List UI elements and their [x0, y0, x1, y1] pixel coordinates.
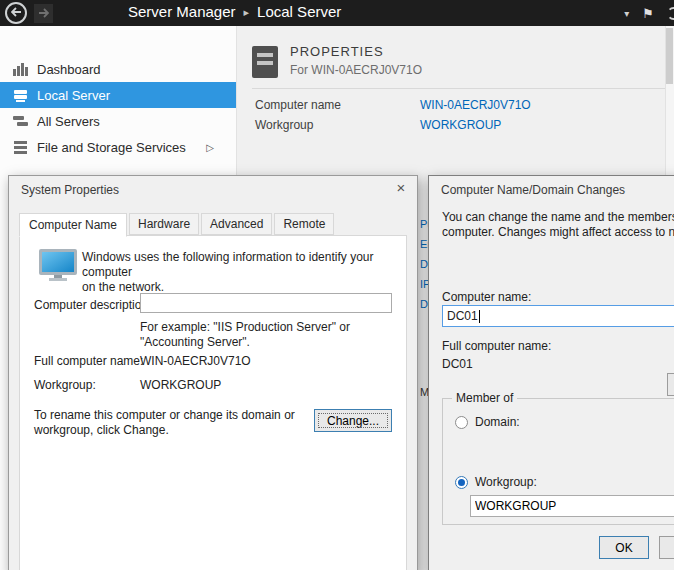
- server-icon: [13, 89, 28, 102]
- storage-icon: [13, 141, 28, 154]
- tab-remote[interactable]: Remote: [274, 213, 334, 235]
- tab-strip: Computer Name Hardware Advanced Remote: [19, 213, 336, 236]
- scrollbar-thumb[interactable]: [666, 28, 673, 84]
- sidebar-item-label: Local Server: [37, 88, 110, 103]
- back-arrow-icon: [11, 6, 22, 20]
- workgroup-link[interactable]: WORKGROUP: [420, 118, 501, 132]
- workgroup-radio-label: Workgroup:: [475, 475, 537, 489]
- full-computer-name-label: Full computer name:: [34, 354, 143, 368]
- change-button[interactable]: Change...: [314, 409, 392, 432]
- tab-computer-name[interactable]: Computer Name: [19, 213, 127, 237]
- intro-line: computer. Changes might affect access to…: [442, 225, 674, 240]
- ok-button[interactable]: OK: [599, 536, 649, 559]
- workgroup-value: WORKGROUP: [140, 378, 221, 392]
- properties-header: PROPERTIES: [290, 44, 384, 59]
- expand-chevron-icon[interactable]: ▷: [206, 142, 214, 153]
- intro-line: Windows uses the following information t…: [82, 250, 406, 280]
- sidebar-item-label: All Servers: [37, 114, 100, 129]
- system-properties-dialog: System Properties × Computer Name Hardwa…: [8, 175, 418, 570]
- example-line: For example: "IIS Production Server" or: [140, 320, 350, 335]
- chevron-down-icon[interactable]: ▾: [624, 8, 629, 19]
- dashboard-icon: [13, 63, 28, 76]
- example-text: For example: "IIS Production Server" or …: [140, 320, 350, 350]
- workgroup-radio[interactable]: [455, 476, 468, 489]
- dialog-title: Computer Name/Domain Changes: [441, 183, 625, 197]
- computer-description-input[interactable]: [140, 293, 392, 313]
- member-of-label: Member of: [452, 391, 517, 405]
- breadcrumb: Server Manager▸Local Server: [128, 3, 341, 20]
- computer-description-label: Computer description:: [34, 298, 151, 312]
- properties-subheader: For WIN-0AECRJ0V71O: [290, 63, 422, 77]
- member-of-groupbox: Member of Domain: Workgroup:: [442, 398, 674, 525]
- sidebar-item-label: File and Storage Services: [37, 140, 186, 155]
- titlebar-actions: ▾ ⚑: [624, 0, 674, 26]
- divider: [252, 88, 674, 89]
- intro-text: You can change the name and the membersh…: [442, 210, 674, 240]
- property-label: Computer name: [255, 98, 341, 112]
- rename-line: workgroup, click Change.: [34, 423, 295, 438]
- refresh-icon[interactable]: [667, 7, 674, 20]
- forward-button[interactable]: [34, 4, 53, 23]
- domain-radio-label: Domain:: [475, 415, 520, 429]
- computer-name-tab-page: Windows uses the following information t…: [19, 235, 407, 570]
- workgroup-label: Workgroup:: [34, 378, 96, 392]
- property-label: Workgroup: [255, 118, 313, 132]
- cancel-button-partial[interactable]: [659, 536, 674, 559]
- computer-name-link[interactable]: WIN-0AECRJ0V71O: [420, 98, 531, 112]
- notifications-flag-icon[interactable]: ⚑: [642, 6, 654, 21]
- servers-icon: [13, 115, 28, 128]
- rename-instruction-text: To rename this computer or change its do…: [34, 408, 295, 438]
- domain-radio[interactable]: [455, 416, 468, 429]
- full-computer-name-value: WIN-0AECRJ0V71O: [140, 354, 251, 368]
- rename-line: To rename this computer or change its do…: [34, 408, 295, 423]
- dialog-title: System Properties: [21, 183, 119, 197]
- full-computer-name-label: Full computer name:: [442, 339, 551, 353]
- properties-tile-icon: [252, 46, 278, 78]
- clipped-value-fragment: D: [420, 258, 428, 270]
- breadcrumb-separator-icon: ▸: [244, 6, 250, 18]
- breadcrumb-page: Local Server: [257, 3, 341, 20]
- breadcrumb-app: Server Manager: [128, 3, 236, 20]
- close-icon[interactable]: ×: [391, 179, 411, 197]
- full-computer-name-value: DC01: [442, 357, 473, 371]
- computer-name-label: Computer name:: [442, 290, 531, 304]
- intro-text: Windows uses the following information t…: [82, 250, 406, 295]
- workgroup-radio-row[interactable]: Workgroup:: [455, 475, 537, 489]
- computer-name-domain-changes-dialog: Computer Name/Domain Changes You can cha…: [428, 175, 674, 570]
- tab-hardware[interactable]: Hardware: [129, 213, 199, 235]
- computer-name-input[interactable]: DC01: [442, 305, 674, 327]
- more-button-partial[interactable]: [667, 373, 674, 396]
- intro-line: You can change the name and the membersh…: [442, 210, 674, 225]
- back-button[interactable]: [5, 2, 27, 24]
- monitor-icon: [38, 248, 78, 285]
- clipped-value-fragment: D: [420, 298, 428, 310]
- sidebar-item-local-server[interactable]: Local Server: [0, 82, 236, 108]
- titlebar: Server Manager▸Local Server ▾ ⚑: [0, 0, 674, 26]
- forward-arrow-icon: [38, 7, 49, 21]
- sidebar-item-all-servers[interactable]: All Servers: [0, 108, 236, 134]
- property-row: Workgroup WORKGROUP: [255, 118, 313, 134]
- tab-advanced[interactable]: Advanced: [201, 213, 272, 235]
- sidebar-item-label: Dashboard: [37, 62, 101, 77]
- computer-name-input-value: DC01: [447, 309, 478, 323]
- server-manager-window: Server Manager▸Local Server ▾ ⚑ Dashboar…: [0, 0, 674, 570]
- domain-radio-row[interactable]: Domain:: [455, 415, 520, 429]
- sidebar-nav: Dashboard Local Server All Servers File …: [0, 56, 236, 160]
- example-line: "Accounting Server".: [140, 335, 350, 350]
- sidebar-item-file-storage-services[interactable]: File and Storage Services ▷: [0, 134, 236, 160]
- property-row: Computer name WIN-0AECRJ0V71O: [255, 98, 341, 114]
- text-cursor: [479, 310, 480, 323]
- workgroup-input[interactable]: [470, 495, 674, 517]
- sidebar-item-dashboard[interactable]: Dashboard: [0, 56, 236, 82]
